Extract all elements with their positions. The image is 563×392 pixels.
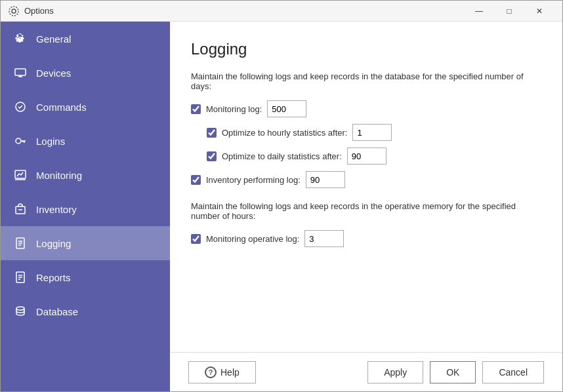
section2-description: Maintain the following logs and keep rec… [191, 201, 541, 221]
sidebar-label-logging: Logging [36, 238, 71, 249]
content-area: General Devices [1, 22, 562, 391]
inventory-icon [14, 203, 27, 216]
monitoring-log-row: Monitoring log: [191, 100, 541, 117]
svg-point-0 [12, 9, 16, 13]
logging-icon [14, 237, 27, 250]
monitoring-log-label[interactable]: Monitoring log: [191, 104, 262, 114]
minimize-button[interactable]: — [464, 1, 494, 22]
sidebar-item-database[interactable]: Database [1, 294, 170, 328]
sidebar: General Devices [1, 22, 170, 391]
maximize-button[interactable]: □ [494, 1, 524, 22]
title-bar-controls: — □ ✕ [464, 1, 554, 22]
sidebar-label-commands: Commands [36, 102, 87, 113]
database-icon [14, 305, 27, 318]
inventory-log-input[interactable] [306, 171, 345, 188]
optimize-hourly-row: Optimize to hourly statistics after: [207, 124, 541, 141]
footer-left: ? Help [188, 361, 361, 383]
optimize-daily-label-text: Optimize to daily statistics after: [222, 151, 342, 161]
optimize-daily-checkbox[interactable] [207, 151, 217, 161]
svg-point-22 [16, 307, 24, 310]
monitoring-log-checkbox[interactable] [191, 104, 201, 114]
sidebar-item-monitoring[interactable]: Monitoring [1, 158, 170, 192]
monitoring-operative-input[interactable] [304, 230, 344, 247]
sidebar-item-devices[interactable]: Devices [1, 56, 170, 90]
close-button[interactable]: ✕ [524, 1, 554, 22]
help-icon: ? [205, 366, 217, 378]
title-bar: Options — □ ✕ [1, 1, 562, 22]
page-title: Logging [191, 40, 541, 58]
sidebar-item-inventory[interactable]: Inventory [1, 192, 170, 226]
inventory-log-row: Inventory performing log: [191, 171, 541, 188]
svg-point-1 [9, 7, 18, 16]
title-bar-icon [9, 6, 19, 16]
sidebar-label-general: General [36, 33, 71, 45]
sidebar-item-logging[interactable]: Logging [1, 226, 170, 260]
section1-description: Maintain the following logs and keep rec… [191, 71, 541, 91]
sidebar-label-logins: Logins [36, 136, 65, 147]
inventory-log-label[interactable]: Inventory performing log: [191, 175, 301, 185]
sidebar-label-database: Database [36, 306, 78, 317]
sidebar-label-inventory: Inventory [36, 204, 77, 215]
window: Options — □ ✕ General [0, 0, 563, 392]
key-icon [14, 134, 27, 147]
sidebar-item-general[interactable]: General [1, 22, 170, 56]
devices-icon [14, 66, 27, 79]
help-label: Help [220, 367, 240, 378]
footer: ? Help Apply OK Cancel [170, 352, 562, 391]
monitoring-icon [14, 168, 27, 182]
monitoring-log-input[interactable] [267, 100, 306, 117]
sidebar-label-reports: Reports [36, 272, 71, 283]
optimize-hourly-label-text: Optimize to hourly statistics after: [222, 128, 347, 138]
main-content: Logging Maintain the following logs and … [170, 22, 562, 352]
inventory-log-label-text: Inventory performing log: [206, 175, 301, 185]
apply-button[interactable]: Apply [367, 361, 423, 383]
optimize-hourly-checkbox[interactable] [207, 128, 217, 138]
reports-icon [14, 271, 27, 284]
title-bar-text: Options [24, 6, 464, 16]
sidebar-item-logins[interactable]: Logins [1, 124, 170, 158]
sidebar-item-commands[interactable]: Commands [1, 90, 170, 124]
monitoring-operative-row: Monitoring operative log: [191, 230, 541, 247]
svg-rect-2 [15, 69, 26, 75]
optimize-hourly-label[interactable]: Optimize to hourly statistics after: [207, 128, 347, 138]
sidebar-label-monitoring: Monitoring [36, 170, 82, 181]
help-button[interactable]: ? Help [188, 361, 256, 383]
cancel-button[interactable]: Cancel [482, 361, 544, 383]
monitoring-log-label-text: Monitoring log: [206, 104, 262, 114]
optimize-daily-label[interactable]: Optimize to daily statistics after: [207, 151, 342, 161]
footer-right: Apply OK Cancel [367, 361, 544, 383]
svg-point-6 [16, 138, 21, 144]
inventory-log-checkbox[interactable] [191, 175, 201, 185]
main-panel: Logging Maintain the following logs and … [170, 22, 562, 391]
monitoring-operative-label-text: Monitoring operative log: [206, 234, 299, 244]
gear-icon [14, 32, 27, 45]
optimize-daily-input[interactable] [347, 147, 386, 165]
commands-icon [14, 100, 27, 113]
optimize-hourly-input[interactable] [352, 124, 392, 141]
monitoring-operative-label[interactable]: Monitoring operative log: [191, 234, 299, 244]
monitoring-operative-checkbox[interactable] [191, 234, 201, 244]
optimize-daily-row: Optimize to daily statistics after: [207, 147, 541, 165]
ok-button[interactable]: OK [430, 361, 476, 383]
sidebar-label-devices: Devices [36, 68, 71, 79]
sidebar-item-reports[interactable]: Reports [1, 260, 170, 294]
